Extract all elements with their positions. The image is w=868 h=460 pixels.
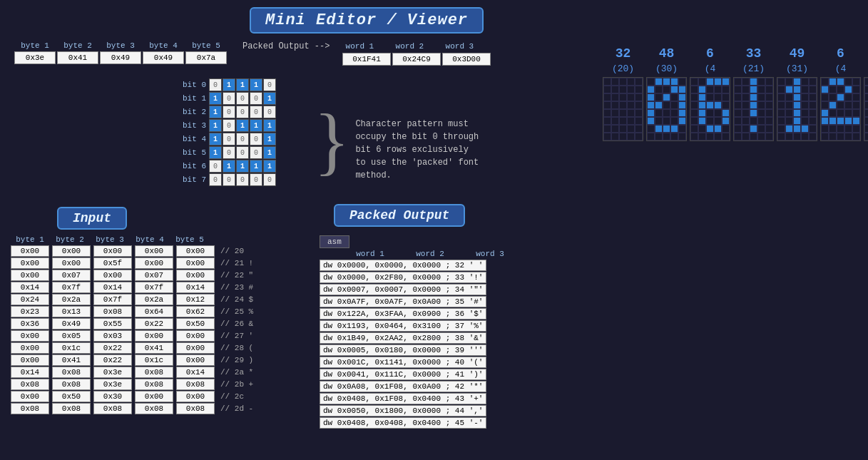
input-cell-0-0[interactable] xyxy=(11,245,49,257)
input-cell-2-1[interactable] xyxy=(52,270,91,281)
input-cell-6-4[interactable] xyxy=(176,318,215,329)
input-cell-13-3[interactable] xyxy=(135,403,173,414)
char-cell-0-1-4 xyxy=(635,86,643,93)
byte-input-2[interactable] xyxy=(57,51,98,64)
input-cell-1-0[interactable] xyxy=(11,257,49,269)
input-cell-8-2[interactable] xyxy=(93,342,132,354)
input-cell-13-4[interactable] xyxy=(176,403,215,414)
input-cell-1-4[interactable] xyxy=(176,257,215,269)
input-cell-2-4[interactable] xyxy=(176,270,215,281)
input-cell-6-2[interactable] xyxy=(93,318,132,329)
input-cell-13-2[interactable] xyxy=(93,403,132,414)
input-cell-10-1[interactable] xyxy=(52,367,91,378)
byte-input-3[interactable] xyxy=(100,51,141,64)
char-cell-0-2-2 xyxy=(619,93,627,101)
byte-input-1[interactable] xyxy=(14,51,56,64)
input-cell-9-1[interactable] xyxy=(52,354,91,366)
input-cell-0-1[interactable] xyxy=(52,245,91,257)
input-cell-3-4[interactable] xyxy=(176,282,215,293)
input-cell-3-0[interactable] xyxy=(11,282,49,293)
byte-input-5[interactable] xyxy=(185,51,227,64)
word-input-3[interactable] xyxy=(442,53,491,66)
word-input-1[interactable] xyxy=(342,53,391,66)
input-cell-11-0[interactable] xyxy=(11,379,49,390)
input-cell-0-3[interactable] xyxy=(135,245,173,257)
input-cell-13-1[interactable] xyxy=(52,403,91,414)
input-cell-4-4[interactable] xyxy=(176,294,215,305)
input-cell-3-2[interactable] xyxy=(93,282,132,293)
input-cell-11-2[interactable] xyxy=(93,379,132,390)
input-cell-11-4[interactable] xyxy=(176,379,215,390)
input-cell-5-4[interactable] xyxy=(176,306,215,317)
bit-cell-bit-4-2: 0 xyxy=(236,133,249,145)
input-cell-4-1[interactable] xyxy=(52,294,91,305)
input-cell-6-1[interactable] xyxy=(52,318,91,329)
input-cell-0-4[interactable] xyxy=(176,245,215,257)
output-row-13: dw 0x0408, 0x0408, 0x0400 ; 45 '-' xyxy=(320,417,605,429)
char-cell-3-3-3 xyxy=(757,101,765,109)
input-cell-6-3[interactable] xyxy=(135,318,173,329)
char-cell-1-4-2 xyxy=(663,109,670,117)
input-cell-11-1[interactable] xyxy=(52,379,91,390)
input-cell-1-2[interactable] xyxy=(93,257,132,269)
char-cell-0-2-0 xyxy=(603,93,611,101)
input-cell-9-3[interactable] xyxy=(135,354,173,366)
input-cell-12-0[interactable] xyxy=(11,391,49,402)
input-cell-7-2[interactable] xyxy=(93,330,132,342)
input-cell-6-0[interactable] xyxy=(11,318,49,329)
input-cell-8-4[interactable] xyxy=(176,342,215,354)
input-cell-2-3[interactable] xyxy=(135,270,173,281)
asm-tab[interactable]: asm xyxy=(320,235,349,248)
input-cell-7-3[interactable] xyxy=(135,330,173,342)
input-comment-5: // 25 % xyxy=(220,307,253,316)
char-cell-2-2-4 xyxy=(722,93,730,101)
char-cell-1-7-2 xyxy=(663,133,670,140)
input-cell-10-2[interactable] xyxy=(93,367,132,378)
input-cell-12-4[interactable] xyxy=(176,391,215,402)
char-cell-2-0-3 xyxy=(714,78,722,86)
input-cell-7-0[interactable] xyxy=(11,330,49,342)
input-cell-11-3[interactable] xyxy=(135,379,173,390)
byte-input-4[interactable] xyxy=(143,51,184,64)
input-cell-12-1[interactable] xyxy=(52,391,91,402)
input-cell-5-0[interactable] xyxy=(11,306,49,317)
input-cell-9-4[interactable] xyxy=(176,354,215,366)
output-row-6: dw 0x1B49, 0x2AA2, 0x2800 ; 38 '&' xyxy=(320,332,605,344)
input-cell-10-4[interactable] xyxy=(176,367,215,378)
char-cell-3-6-2 xyxy=(750,125,757,133)
input-cell-12-3[interactable] xyxy=(135,391,173,402)
input-cell-8-1[interactable] xyxy=(52,342,91,354)
input-cell-12-2[interactable] xyxy=(93,391,132,402)
input-cell-1-3[interactable] xyxy=(135,257,173,269)
char-cell-1-2-1 xyxy=(655,93,663,101)
input-cell-4-2[interactable] xyxy=(93,294,132,305)
input-cell-13-0[interactable] xyxy=(11,403,49,414)
input-cell-5-1[interactable] xyxy=(52,306,91,317)
input-cell-7-1[interactable] xyxy=(52,330,91,342)
output-row-4: dw 0x122A, 0x3FAA, 0x0900 ; 36 '$' xyxy=(320,308,605,320)
input-cell-4-0[interactable] xyxy=(11,294,49,305)
char-cell-3-5-0 xyxy=(734,117,742,125)
input-cell-5-3[interactable] xyxy=(135,306,173,317)
input-cell-2-0[interactable] xyxy=(11,270,49,281)
char-cell-0-5-2 xyxy=(619,117,627,125)
input-cell-8-0[interactable] xyxy=(11,342,49,354)
input-comment-2: // 22 " xyxy=(220,271,253,280)
input-cell-8-3[interactable] xyxy=(135,342,173,354)
word-input-2[interactable] xyxy=(392,53,441,66)
input-cell-4-3[interactable] xyxy=(135,294,173,305)
char-cell-4-3-0 xyxy=(777,101,785,109)
char-cell-4-2-3 xyxy=(801,93,809,101)
input-cell-3-1[interactable] xyxy=(52,282,91,293)
input-cell-9-2[interactable] xyxy=(93,354,132,366)
input-cell-10-0[interactable] xyxy=(11,367,49,378)
input-cell-2-2[interactable] xyxy=(93,270,132,281)
bit-cell-bit-7-3: 0 xyxy=(250,173,262,186)
input-cell-0-2[interactable] xyxy=(93,245,132,257)
input-cell-10-3[interactable] xyxy=(135,367,173,378)
input-cell-3-3[interactable] xyxy=(135,282,173,293)
input-cell-5-2[interactable] xyxy=(93,306,132,317)
input-cell-9-0[interactable] xyxy=(11,354,49,366)
input-cell-1-1[interactable] xyxy=(52,257,91,269)
input-cell-7-4[interactable] xyxy=(176,330,215,342)
